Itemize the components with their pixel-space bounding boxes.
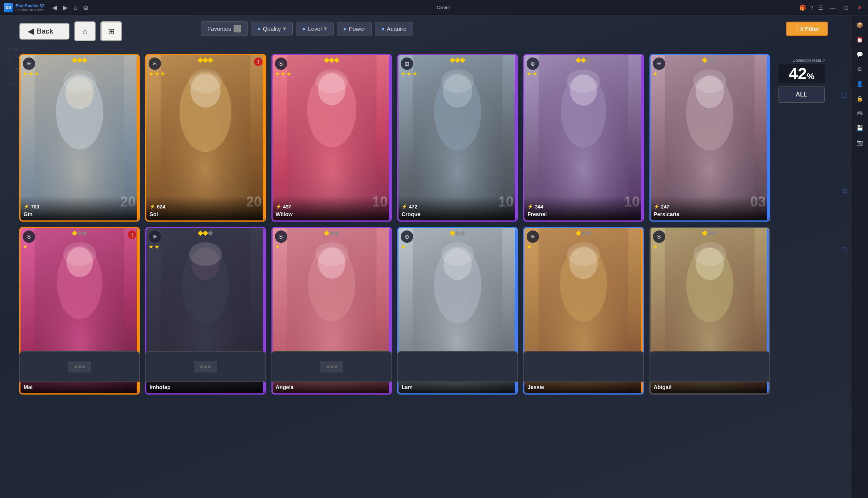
side-stripe-croque	[515, 55, 517, 220]
help-btn[interactable]: ?	[810, 5, 814, 11]
window-title: Croire	[88, 5, 799, 10]
card-bottom-persicaria: ⚡ 247 Persicaria	[651, 196, 769, 220]
power-filter[interactable]: ◆ Power	[337, 22, 372, 36]
diamond-2	[334, 58, 339, 63]
card-bottom-croque: ⚡ 472 Croque	[398, 196, 517, 220]
menu-btn[interactable]: ☰	[818, 5, 823, 11]
card-bottom-gin: ⚡ 703 Gin	[20, 196, 139, 220]
char-card-willow[interactable]: S ★★★ ⚡ 497 Willow	[271, 54, 392, 222]
char-name-abigail: Abigail	[654, 384, 766, 390]
maximize-btn[interactable]: □	[843, 5, 850, 11]
sidebar-tool-7[interactable]: 🎮	[854, 107, 866, 119]
card-class-abigail: S	[653, 230, 665, 243]
collection-percent-sign: %	[807, 71, 815, 81]
char-name-imhotep: Imhotep	[149, 384, 261, 390]
org-button[interactable]: ⊞	[100, 21, 122, 41]
class-icon-mai: S	[23, 230, 35, 243]
character-grid: ✳ ★★★ ⚡ 703 Gin	[19, 54, 770, 395]
home-button[interactable]: ⌂	[74, 21, 96, 41]
power-row-croque: ⚡ 472	[402, 204, 514, 210]
favorites-filter[interactable]: Favorites	[201, 21, 248, 36]
card-class-sol: ✂	[149, 58, 161, 70]
nav-back-btn[interactable]: ◀	[52, 4, 57, 11]
char-card-gin[interactable]: ✳ ★★★ ⚡ 703 Gin	[19, 54, 140, 222]
stars-row-angela: ★	[275, 244, 280, 250]
star-1: ★	[29, 71, 34, 77]
level-filter[interactable]: ◆ Level ▾	[296, 22, 334, 36]
sidebar-tool-6[interactable]: 🔒	[854, 93, 866, 104]
sidebar-tool-1[interactable]: 📦	[854, 19, 866, 31]
partial-dot-5	[204, 366, 207, 368]
card-bottom-fresnel: ⚡ 344 Fresnel	[524, 196, 643, 220]
rarity-diamonds-mai	[73, 231, 86, 235]
char-card-inner-persicaria: ✳ ★ ⚡ 247 Persicaria	[651, 55, 769, 220]
card-class-jessie: ✳	[527, 230, 539, 243]
acquire-filter[interactable]: ◆ Acquire	[375, 22, 413, 36]
char-name-gin: Gin	[24, 211, 136, 217]
star-0: ★	[401, 244, 406, 250]
power-icon-gin: ⚡	[24, 204, 29, 209]
level-arrow-icon: ▾	[324, 25, 327, 32]
app-name: BlueStacks 32	[15, 3, 44, 8]
stars-row-croque: ★★★	[401, 71, 417, 77]
card-class-fresnel: ⊕	[527, 58, 539, 70]
side-stripe-persicaria	[767, 55, 769, 220]
card-class-gin: ✳	[23, 58, 35, 70]
sidebar-tool-9[interactable]: 📷	[854, 137, 866, 148]
diamond-2	[460, 230, 465, 236]
gift-btn[interactable]: 🎁	[799, 5, 806, 11]
nav-forward-btn[interactable]: ▶	[63, 4, 68, 11]
char-card-inner-croque: ⊞ ★★★ ⚡ 472 Croque	[398, 55, 517, 220]
star-1: ★	[154, 244, 159, 250]
stars-row-lam: ★	[401, 244, 406, 250]
rarity-diamonds-abigail	[703, 231, 717, 235]
card-class-angela: S	[275, 230, 287, 243]
stars-row-persicaria: ★	[653, 71, 658, 77]
sidebar-tool-8[interactable]: 💾	[854, 122, 866, 134]
window-controls: 🎁 ? ☰ — □ ✕	[799, 5, 864, 11]
back-arrow-icon: ◀	[28, 27, 34, 36]
minimize-btn[interactable]: —	[828, 5, 838, 11]
char-card-persicaria[interactable]: ✳ ★ ⚡ 247 Persicaria	[649, 54, 770, 222]
rarity-diamonds-gin	[73, 58, 86, 62]
quality-filter[interactable]: ◆ Quality ▾	[251, 22, 293, 36]
collection-rate-label: Collection Rate //	[778, 58, 825, 63]
card-class-mai: S	[23, 230, 35, 243]
rarity-diamonds-sol	[198, 58, 212, 62]
sidebar-tool-4[interactable]: ⚙	[854, 63, 866, 75]
card-bottom-sol: ⚡ 624 Sol	[146, 196, 264, 220]
all-button[interactable]: ALL	[778, 86, 825, 103]
sidebar-tool-2[interactable]: ⏰	[854, 34, 866, 46]
collection-rate-value: 42	[789, 64, 807, 83]
char-card-inner-willow: S ★★★ ⚡ 497 Willow	[273, 55, 391, 220]
sidebar-tool-3[interactable]: 💬	[854, 49, 866, 60]
char-card-fresnel[interactable]: ⊕ ★★ ⚡ 344 Fresnel	[523, 54, 644, 222]
diamond-1	[707, 58, 712, 63]
rarity-diamonds-angela	[325, 231, 339, 235]
partial-dot-9	[334, 366, 337, 368]
deco-square-2	[843, 189, 847, 193]
nav-home-btn[interactable]: ⌂	[74, 4, 78, 11]
sidebar-tool-5[interactable]: 👤	[854, 78, 866, 90]
nav-multi-btn[interactable]: ⧉	[83, 4, 88, 11]
char-card-croque[interactable]: ⊞ ★★★ ⚡ 472 Croque	[397, 54, 518, 222]
char-name-jessie: Jessie	[527, 384, 639, 390]
collection-panel: Collection Rate // 42% ALL	[778, 58, 825, 103]
diamond-2	[712, 230, 717, 236]
filter-button[interactable]: ≡ // Filter	[786, 22, 828, 36]
partial-inner-2	[194, 361, 217, 373]
partial-dot-6	[208, 366, 210, 368]
diamond-2	[208, 230, 213, 236]
card-class-lam: ⊕	[401, 230, 413, 243]
stars-row-fresnel: ★★	[527, 71, 537, 77]
star-2: ★	[287, 71, 292, 77]
power-diamond-icon: ◆	[343, 27, 346, 31]
partial-card-5	[523, 351, 644, 382]
game-area: SCAN.SP. // ELSE > // TS.ERR.RO // // EE…	[0, 15, 851, 498]
all-label: ALL	[795, 91, 807, 98]
close-btn[interactable]: ✕	[855, 5, 864, 11]
star-0: ★	[527, 71, 532, 77]
power-value-persicaria: 247	[661, 204, 670, 210]
char-card-sol[interactable]: ✂ ! ★★★ ⚡ 624 Sol	[145, 54, 266, 222]
back-button[interactable]: ◀ Back	[19, 23, 70, 40]
